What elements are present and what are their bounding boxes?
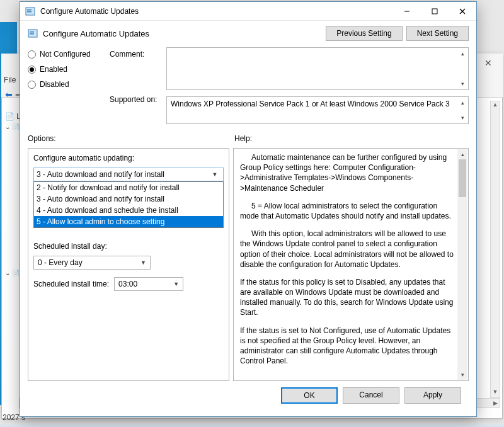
chevron-down-icon: ▼ — [173, 281, 179, 287]
scroll-up-icon[interactable]: ▴ — [457, 48, 467, 59]
help-paragraph: 5 = Allow local administrators to select… — [240, 201, 454, 221]
policy-header-icon — [28, 28, 38, 38]
help-scrollbar[interactable]: ▴ ▾ — [457, 149, 467, 380]
dropdown-option[interactable]: 3 - Auto download and notify for install — [34, 193, 223, 205]
svg-rect-9 — [30, 33, 34, 35]
configure-updating-label: Configure automatic updating: — [33, 154, 224, 162]
taskbar — [0, 424, 504, 427]
radio-dot-icon — [28, 50, 36, 59]
configure-updating-combobox[interactable]: 3 - Auto download and notify for install… — [33, 168, 224, 181]
policy-header-name: Configure Automatic Updates — [43, 29, 321, 38]
install-day-label: Scheduled install day: — [33, 242, 224, 251]
policy-icon — [25, 6, 35, 16]
chevron-down-icon: ▼ — [209, 171, 220, 178]
titlebar: Configure Automatic Updates — [20, 2, 476, 21]
radio-label: Enabled — [40, 65, 67, 74]
comment-textarea[interactable]: ▴ ▾ — [166, 47, 469, 90]
help-pane: Automatic maintenance can be further con… — [233, 148, 469, 381]
maximize-button[interactable] — [421, 3, 449, 20]
install-day-select[interactable]: 0 - Every day ▼ — [33, 256, 151, 270]
radio-dot-icon — [28, 81, 36, 89]
dropdown-option[interactable]: 2 - Notify for download and notify for i… — [34, 182, 223, 193]
supported-on-text: Windows XP Professional Service Pack 1 o… — [171, 100, 450, 108]
install-time-select[interactable]: 03:00 ▼ — [114, 277, 183, 291]
radio-disabled[interactable]: Disabled — [28, 80, 103, 89]
svg-rect-4 — [432, 9, 437, 14]
scroll-right-icon[interactable]: ▶ — [491, 399, 500, 407]
background-file-menu[interactable]: File — [4, 76, 16, 84]
comment-label: Comment: — [110, 50, 160, 95]
select-value: 03:00 — [118, 280, 173, 288]
radio-label: Disabled — [40, 80, 69, 89]
scroll-down-icon[interactable]: ▾ — [457, 113, 467, 123]
svg-rect-1 — [27, 9, 32, 11]
apply-button[interactable]: Apply — [404, 387, 461, 404]
supported-on-box: Windows XP Professional Service Pack 1 o… — [166, 96, 469, 124]
configure-updating-dropdown[interactable]: 2 - Notify for download and notify for i… — [33, 181, 224, 228]
svg-rect-2 — [27, 11, 32, 13]
scroll-up-icon[interactable]: ▲ — [491, 101, 500, 110]
chevron-down-icon: ▼ — [140, 259, 146, 266]
cancel-button[interactable]: Cancel — [343, 387, 399, 404]
radio-dot-selected-icon — [28, 65, 36, 74]
next-setting-button[interactable]: Next Setting — [406, 26, 469, 41]
window-title: Configure Automatic Updates — [40, 7, 393, 16]
select-value: 0 - Every day — [38, 258, 140, 267]
ok-button[interactable]: OK — [281, 387, 338, 404]
configure-updates-dialog: Configure Automatic Updates Configure Au… — [20, 1, 477, 417]
radio-label: Not Configured — [40, 50, 91, 59]
close-button[interactable] — [449, 3, 476, 20]
radio-enabled[interactable]: Enabled — [28, 65, 103, 74]
scroll-down-icon[interactable]: ▼ — [491, 389, 500, 397]
supported-on-label: Supported on: — [110, 95, 160, 104]
background-tree-caret[interactable]: ⌄ 📄 — [5, 123, 20, 130]
scroll-down-icon[interactable]: ▾ — [457, 79, 467, 89]
scroll-down-icon[interactable]: ▾ — [457, 370, 467, 380]
background-tree-caret-2[interactable]: ⌄ 📄 — [5, 270, 20, 276]
install-time-label: Scheduled install time: — [33, 280, 109, 288]
combobox-value: 3 - Auto download and notify for install — [37, 170, 209, 179]
supported-scrollbar[interactable]: ▴ ▾ — [457, 98, 467, 123]
help-paragraph: Automatic maintenance can be further con… — [240, 152, 454, 193]
background-close-button[interactable]: ✕ — [475, 58, 501, 71]
minimize-button[interactable] — [393, 3, 421, 20]
previous-setting-button[interactable]: Previous Setting — [326, 26, 402, 41]
back-icon[interactable]: ⬅ — [5, 89, 13, 100]
radio-not-configured[interactable]: Not Configured — [28, 50, 103, 59]
comment-scrollbar[interactable]: ▴ ▾ — [457, 48, 467, 89]
scroll-up-icon[interactable]: ▴ — [457, 98, 467, 108]
help-paragraph: With this option, local administrators w… — [240, 229, 454, 270]
options-pane: Configure automatic updating: 3 - Auto d… — [28, 148, 229, 381]
dropdown-option[interactable]: 5 - Allow local admin to choose setting — [34, 216, 223, 227]
scroll-up-icon[interactable]: ▴ — [457, 149, 467, 159]
scroll-thumb[interactable] — [459, 159, 466, 197]
background-scrollbar-vertical[interactable]: ▲ ▼ — [490, 101, 500, 398]
options-section-label: Options: — [28, 134, 234, 143]
help-paragraph: If the status for this policy is set to … — [240, 277, 454, 318]
help-section-label: Help: — [234, 134, 469, 143]
background-tree-item[interactable]: 📄 L — [5, 112, 21, 121]
help-paragraph: If the status is set to Not Configured, … — [240, 326, 454, 367]
dropdown-option[interactable]: 4 - Auto download and schedule the insta… — [34, 205, 223, 216]
svg-rect-8 — [30, 31, 34, 33]
